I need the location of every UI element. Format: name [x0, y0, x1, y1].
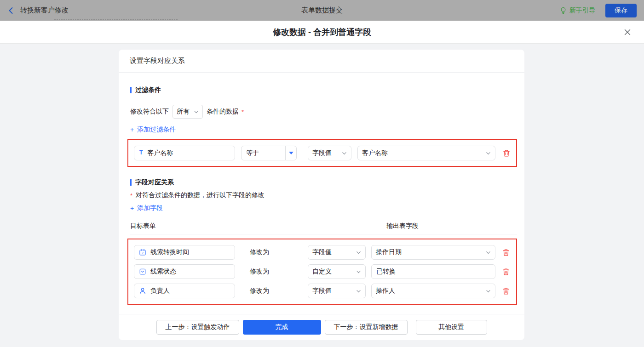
target-field-select[interactable]: 线索状态	[134, 264, 235, 279]
back-button[interactable]	[7, 6, 16, 15]
beginner-guide-link[interactable]: 新手引导	[560, 6, 595, 15]
output-type-select[interactable]: 字段值	[308, 245, 366, 260]
required-asterisk: *	[130, 192, 132, 199]
section-accent-bar	[130, 87, 132, 93]
modify-to-label: 修改为	[250, 267, 269, 276]
compare-value-select[interactable]: 客户名称	[357, 146, 495, 160]
chevron-down-icon	[486, 250, 491, 255]
card-footer: 上一步：设置触发动作 完成 下一步：设置新增数据 其他设置	[119, 314, 524, 340]
card-content: 过滤条件 修改符合以下 所有 条件的数据 * + 添加过滤条件 T	[119, 73, 524, 305]
custom-value-input[interactable]: 已转换	[371, 264, 495, 279]
column-divider	[130, 234, 517, 234]
output-type-value: 字段值	[312, 248, 332, 256]
plus-icon: +	[130, 126, 134, 133]
operator-select[interactable]: 等于	[241, 146, 297, 160]
output-type-value: 自定义	[312, 267, 332, 276]
operator-value: 等于	[242, 146, 285, 160]
other-settings-button[interactable]: 其他设置	[416, 320, 487, 335]
trash-icon	[503, 149, 510, 157]
add-field-link[interactable]: + 添加字段	[130, 205, 163, 212]
mapping-row: 7 线索转换时间 修改为 字段值 操作日期	[134, 245, 511, 260]
required-asterisk: *	[242, 108, 244, 115]
chevron-down-icon	[486, 289, 491, 294]
value-type-value: 字段值	[312, 149, 332, 157]
target-field-value: 负责人	[150, 287, 170, 295]
filter-field-value: 客户名称	[147, 149, 173, 157]
close-icon	[624, 28, 631, 36]
chevron-down-icon	[356, 289, 361, 294]
caret-down-icon	[289, 152, 293, 154]
match-type-value: 所有	[177, 108, 190, 116]
output-type-select[interactable]: 字段值	[308, 284, 366, 298]
match-type-select[interactable]: 所有	[172, 105, 203, 119]
chevron-left-icon	[7, 7, 15, 14]
plus-icon: +	[130, 205, 134, 212]
svg-text:7: 7	[142, 251, 144, 255]
trash-icon	[502, 287, 510, 295]
output-field-value: 操作日期	[376, 248, 402, 256]
match-prefix-label: 修改符合以下	[130, 108, 169, 116]
chevron-down-icon	[356, 269, 361, 274]
column-header-target: 目标表单	[130, 222, 156, 229]
delete-mapping-button[interactable]	[502, 248, 510, 256]
lightbulb-icon	[560, 7, 567, 14]
chevron-down-icon	[356, 250, 361, 255]
mapping-row: 负责人 修改为 字段值 操作人	[134, 284, 511, 298]
mapping-description-row: * 对符合过滤条件的数据，进行以下字段的修改	[130, 192, 517, 199]
filter-field-select[interactable]: T 客户名称	[134, 146, 235, 160]
target-field-value: 线索状态	[150, 267, 176, 276]
add-field-label: 添加字段	[137, 204, 163, 212]
done-button[interactable]: 完成	[243, 320, 321, 335]
add-filter-label: 添加过滤条件	[137, 125, 176, 134]
custom-value: 已转换	[376, 267, 396, 276]
column-header-row: 目标表单 输出表字段	[130, 222, 517, 229]
guide-label: 新手引导	[569, 6, 595, 15]
delete-filter-button[interactable]	[502, 149, 511, 157]
mapping-highlight-box: 7 线索转换时间 修改为 字段值 操作日期	[127, 239, 517, 305]
target-field-value: 线索转换时间	[150, 248, 189, 256]
settings-card: 设置字段对应关系 过滤条件 修改符合以下 所有 条件的数据 * + 添加过滤条件	[119, 50, 524, 340]
topbar-left: 转换新客户修改	[7, 6, 164, 15]
column-header-output: 输出表字段	[386, 222, 419, 230]
text-field-icon: T	[139, 150, 143, 156]
flow-name-label[interactable]: 转换新客户修改	[20, 6, 69, 15]
modify-to-label: 修改为	[250, 248, 269, 256]
caret-down-button[interactable]	[285, 146, 296, 160]
calendar-icon: 7	[139, 249, 146, 256]
output-type-value: 字段值	[312, 287, 332, 295]
output-field-select[interactable]: 操作日期	[371, 245, 495, 260]
trash-icon	[502, 268, 510, 276]
add-filter-condition-link[interactable]: + 添加过滤条件	[130, 126, 176, 133]
topbar-right: 新手引导 保存	[560, 4, 637, 17]
filter-condition-row: T 客户名称 等于 字段值 客户名称	[134, 146, 511, 160]
output-type-select[interactable]: 自定义	[308, 264, 366, 279]
output-field-value: 操作人	[376, 287, 395, 295]
top-bar: 转换新客户修改 表单数据提交 新手引导 保存	[0, 0, 644, 21]
compare-value: 客户名称	[362, 149, 388, 157]
trash-icon	[502, 249, 510, 256]
modal-body: 设置字段对应关系 过滤条件 修改符合以下 所有 条件的数据 * + 添加过滤条件	[0, 44, 644, 347]
match-suffix-label: 条件的数据	[207, 108, 239, 116]
close-button[interactable]	[622, 27, 633, 38]
person-icon	[139, 287, 146, 295]
delete-mapping-button[interactable]	[502, 267, 510, 276]
chevron-down-icon	[194, 109, 199, 114]
mapping-section-label: 字段对应关系	[135, 178, 174, 187]
prev-step-button[interactable]: 上一步：设置触发动作	[156, 320, 239, 335]
chevron-down-icon	[342, 151, 347, 156]
delete-mapping-button[interactable]	[502, 287, 510, 295]
output-field-select[interactable]: 操作人	[371, 284, 495, 298]
next-step-button[interactable]: 下一步：设置新增数据	[325, 320, 408, 335]
modify-to-label: 修改为	[250, 287, 269, 295]
target-field-select[interactable]: 7 线索转换时间	[134, 245, 235, 260]
value-type-select[interactable]: 字段值	[308, 146, 351, 160]
mapping-row: 线索状态 修改为 自定义 已转换	[134, 264, 511, 279]
target-field-select[interactable]: 负责人	[134, 284, 235, 298]
save-button[interactable]: 保存	[605, 4, 637, 17]
mapping-description: 对符合过滤条件的数据，进行以下字段的修改	[136, 191, 264, 199]
chevron-down-icon	[486, 151, 491, 156]
filter-section-title: 过滤条件	[130, 86, 517, 94]
modal-header: 修改数据 - 合并到普通字段	[0, 21, 644, 44]
modal-title: 修改数据 - 合并到普通字段	[273, 27, 371, 38]
tab-underline	[54, 19, 178, 20]
